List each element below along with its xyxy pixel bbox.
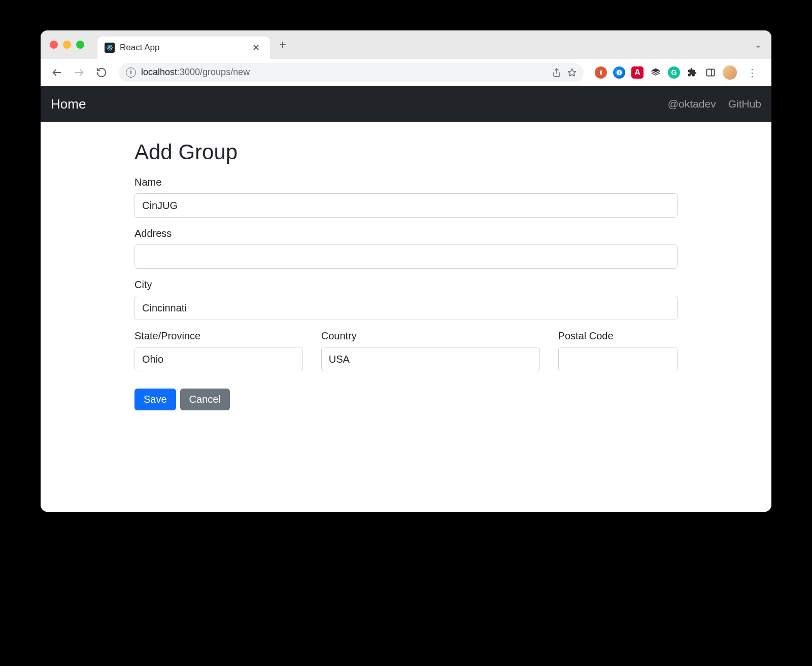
back-button[interactable] bbox=[48, 63, 66, 82]
site-info-icon[interactable]: i bbox=[126, 67, 136, 78]
buffer-extension-icon[interactable] bbox=[650, 66, 662, 79]
postal-label: Postal Code bbox=[558, 330, 678, 342]
form-group-country: Country bbox=[321, 330, 540, 371]
country-input[interactable] bbox=[321, 347, 540, 371]
browser-tab[interactable]: React App ✕ bbox=[97, 37, 270, 59]
form-group-state: State/Province bbox=[134, 330, 303, 371]
state-input[interactable] bbox=[134, 347, 303, 371]
navbar-twitter-link[interactable]: @oktadev bbox=[668, 98, 716, 110]
city-label: City bbox=[134, 279, 678, 291]
form-buttons: Save Cancel bbox=[134, 389, 678, 410]
country-label: Country bbox=[321, 330, 540, 342]
tabs-menu-chevron-icon[interactable]: ⌄ bbox=[755, 40, 761, 50]
page-title: Add Group bbox=[134, 140, 678, 164]
browser-window: React App ✕ + ⌄ i localhost:3000/groups/… bbox=[41, 30, 771, 512]
city-input[interactable] bbox=[134, 296, 678, 320]
postal-input[interactable] bbox=[558, 347, 678, 371]
bookmark-star-icon[interactable] bbox=[567, 68, 577, 77]
extensions-area: A G ⋮ bbox=[592, 64, 764, 81]
browser-menu-icon[interactable]: ⋮ bbox=[743, 64, 761, 81]
browser-toolbar: i localhost:3000/groups/new A bbox=[41, 59, 771, 86]
page-content: Add Group Name Address City State/Provin… bbox=[41, 122, 771, 512]
close-window-button[interactable] bbox=[50, 41, 58, 49]
address-bar-actions bbox=[552, 68, 577, 77]
browser-titlebar: React App ✕ + ⌄ bbox=[41, 30, 771, 59]
tab-title: React App bbox=[120, 43, 245, 53]
side-panel-icon[interactable] bbox=[704, 66, 717, 79]
form-group-city: City bbox=[134, 279, 678, 320]
react-favicon-icon bbox=[105, 43, 115, 53]
maximize-window-button[interactable] bbox=[76, 41, 84, 49]
state-label: State/Province bbox=[134, 330, 303, 342]
angular-extension-icon[interactable]: A bbox=[631, 66, 644, 79]
svg-marker-7 bbox=[568, 68, 576, 76]
extensions-puzzle-icon[interactable] bbox=[686, 66, 698, 79]
url-text: localhost:3000/groups/new bbox=[141, 67, 250, 78]
cancel-button[interactable]: Cancel bbox=[180, 389, 230, 410]
url-path: :3000/groups/new bbox=[177, 67, 250, 77]
svg-rect-12 bbox=[707, 69, 715, 76]
name-label: Name bbox=[134, 177, 678, 188]
share-icon[interactable] bbox=[552, 68, 561, 77]
minimize-window-button[interactable] bbox=[63, 41, 71, 49]
form-group-name: Name bbox=[134, 177, 678, 218]
form-group-address: Address bbox=[134, 228, 678, 269]
svg-point-0 bbox=[109, 47, 110, 48]
navbar-right: @oktadev GitHub bbox=[668, 98, 761, 110]
address-input[interactable] bbox=[134, 244, 678, 269]
profile-avatar[interactable] bbox=[723, 65, 737, 80]
forward-button[interactable] bbox=[70, 63, 88, 82]
window-controls bbox=[50, 41, 84, 49]
onepassword-extension-icon[interactable] bbox=[613, 66, 625, 79]
form-row-location: State/Province Country Postal Code bbox=[134, 330, 678, 381]
address-bar[interactable]: i localhost:3000/groups/new bbox=[119, 63, 584, 82]
tab-close-icon[interactable]: ✕ bbox=[250, 42, 262, 53]
save-button[interactable]: Save bbox=[134, 389, 176, 410]
navbar-github-link[interactable]: GitHub bbox=[728, 98, 761, 110]
new-tab-button[interactable]: + bbox=[279, 39, 286, 51]
grammarly-extension-icon[interactable]: G bbox=[668, 66, 680, 79]
form-group-postal: Postal Code bbox=[558, 330, 678, 371]
name-input[interactable] bbox=[134, 193, 678, 218]
url-host: localhost bbox=[141, 67, 177, 77]
reload-button[interactable] bbox=[92, 63, 111, 82]
svg-rect-11 bbox=[619, 71, 620, 74]
address-label: Address bbox=[134, 228, 678, 239]
app-navbar: Home @oktadev GitHub bbox=[41, 86, 771, 122]
navbar-brand-link[interactable]: Home bbox=[51, 96, 86, 112]
duckduckgo-extension-icon[interactable] bbox=[595, 66, 607, 79]
